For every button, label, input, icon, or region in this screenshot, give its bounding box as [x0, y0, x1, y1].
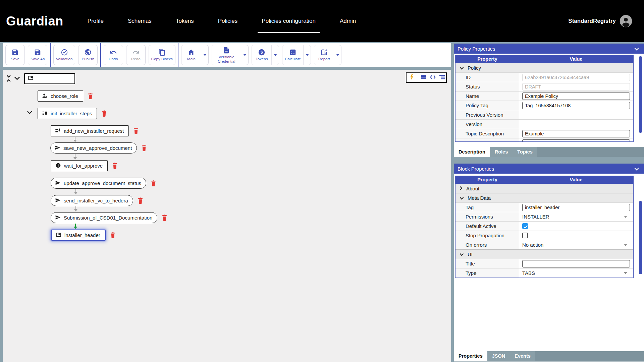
- svg-text:-: -: [291, 50, 292, 52]
- report-button[interactable]: Report: [314, 45, 334, 65]
- property-label: Version: [455, 120, 519, 129]
- tabbar-filler: [537, 147, 644, 157]
- block-installer-header[interactable]: installer_header: [51, 230, 106, 241]
- delete-block-icon[interactable]: [151, 180, 156, 187]
- block-label: add_new_installer_request: [64, 128, 124, 134]
- collapse-all-icon[interactable]: [6, 74, 12, 82]
- validation-button[interactable]: Validation: [53, 45, 75, 65]
- tree-block-row: init_installer_steps: [38, 108, 107, 119]
- tab-json[interactable]: JSON: [487, 351, 510, 361]
- block-wait-for-approve[interactable]: wait_for_approve: [51, 160, 108, 171]
- vertical-scrollbar-thumb[interactable]: [639, 56, 642, 133]
- save-button[interactable]: Save: [5, 45, 25, 65]
- root-container-block[interactable]: [24, 73, 75, 84]
- delete-block-icon[interactable]: [133, 127, 139, 134]
- table-header-row: Property Value: [455, 176, 633, 184]
- nav-item-profile[interactable]: Profile: [86, 16, 106, 26]
- calculate-button[interactable]: -x+= Calculate: [282, 45, 303, 65]
- code-icon[interactable]: [430, 75, 436, 81]
- nav-item-policies[interactable]: Policies: [216, 16, 240, 26]
- topic-description-input[interactable]: [522, 130, 630, 137]
- type-select[interactable]: TABS: [522, 270, 630, 276]
- copy-blocks-button[interactable]: Copy Blocks: [149, 45, 175, 65]
- stacked-bars-icon[interactable]: [421, 75, 426, 81]
- delete-block-icon[interactable]: [110, 232, 116, 239]
- nav-item-policies-configuration[interactable]: Policies configuration: [260, 16, 318, 26]
- meta-data-group-row[interactable]: Meta Data: [455, 193, 633, 202]
- policy-tag-input[interactable]: [522, 102, 630, 109]
- main-button[interactable]: Main: [181, 45, 201, 65]
- tokens-button-group: $ Tokens: [252, 45, 279, 65]
- nav-item-schemas[interactable]: Schemas: [126, 16, 154, 26]
- block-save-new-approve-document[interactable]: save_new_approve_document: [50, 142, 137, 154]
- on-errors-select[interactable]: No action: [522, 242, 630, 248]
- block-label: init_installer_steps: [51, 111, 92, 116]
- tree-block-row: save_new_approve_document: [50, 142, 147, 154]
- delete-block-icon[interactable]: [162, 214, 167, 221]
- delete-block-icon[interactable]: [88, 93, 93, 100]
- clipped-input[interactable]: [522, 139, 630, 142]
- chevron-down-icon[interactable]: [634, 46, 639, 52]
- delete-block-icon[interactable]: [112, 162, 118, 169]
- tag-input[interactable]: [522, 204, 630, 211]
- bottom-band: [454, 361, 644, 362]
- block-choose-role[interactable]: choose_role: [38, 90, 83, 102]
- block-submission-of-csd01-documentation[interactable]: Submission_of_CSD01_Documentation: [51, 212, 157, 223]
- chevron-right-icon[interactable]: [460, 186, 463, 191]
- on-errors-value: No action: [522, 242, 543, 248]
- tab-topics[interactable]: Topics: [513, 147, 537, 157]
- nav-item-tokens[interactable]: Tokens: [174, 16, 196, 26]
- default-active-checkbox[interactable]: [522, 223, 528, 229]
- ui-group-row[interactable]: UI: [455, 249, 633, 259]
- tab-events[interactable]: Events: [510, 351, 535, 361]
- tokens-button[interactable]: $ Tokens: [252, 45, 271, 65]
- block-add-new-installer-request[interactable]: add_new_installer_request: [51, 125, 129, 136]
- tree-lines-icon[interactable]: [439, 75, 445, 81]
- tab-properties[interactable]: Properties: [454, 351, 487, 361]
- tab-description[interactable]: Description: [454, 147, 490, 157]
- nav-item-admin[interactable]: Admin: [338, 16, 358, 26]
- undo-label: Undo: [109, 57, 118, 61]
- chevron-down-icon[interactable]: [460, 195, 464, 201]
- name-input[interactable]: [522, 93, 630, 100]
- block-properties-header[interactable]: Block Properties: [454, 164, 644, 174]
- value-column-header: Value: [519, 56, 633, 62]
- redo-label: Redo: [131, 57, 141, 61]
- chart-add-icon: [320, 49, 328, 56]
- stop-propagation-checkbox[interactable]: [522, 233, 528, 238]
- block-send-installer-vc-to-hedera[interactable]: send_installer_vc_to_hedera: [51, 195, 133, 206]
- user-avatar-icon[interactable]: [619, 14, 633, 28]
- vertical-scrollbar-thumb[interactable]: [639, 201, 642, 274]
- tree-block-row: installer_header: [51, 230, 116, 241]
- calculate-dropdown-caret[interactable]: [303, 45, 311, 65]
- block-init-installer-steps[interactable]: init_installer_steps: [38, 108, 97, 119]
- verifiable-credential-button[interactable]: Verifiable Credential: [212, 45, 241, 65]
- publish-button[interactable]: Publish: [78, 45, 98, 65]
- report-dropdown-caret[interactable]: [334, 45, 341, 65]
- policy-properties-header[interactable]: Policy Properties: [454, 44, 644, 54]
- chevron-down-icon[interactable]: [460, 65, 464, 71]
- calculator-icon: -x+=: [289, 49, 297, 56]
- check-circle-icon: [61, 49, 68, 56]
- verifiable-credential-dropdown-caret[interactable]: [241, 45, 248, 65]
- lightning-icon[interactable]: [410, 74, 414, 81]
- undo-button[interactable]: Undo: [104, 45, 123, 65]
- save-as-button[interactable]: Save As: [28, 45, 47, 65]
- expand-chevron-icon[interactable]: [27, 111, 33, 114]
- about-group-row[interactable]: About: [455, 184, 633, 193]
- permissions-select[interactable]: INSTALLER: [522, 214, 630, 220]
- chevron-down-icon[interactable]: [634, 166, 639, 172]
- policy-group-row[interactable]: Policy: [455, 63, 633, 72]
- redo-button[interactable]: Redo: [126, 45, 146, 65]
- block-update-approve-document-status[interactable]: update_approve_document_status: [51, 178, 146, 189]
- main-dropdown-caret[interactable]: [201, 45, 208, 65]
- title-input[interactable]: [522, 260, 630, 267]
- root-expand-chevron-icon[interactable]: [14, 76, 20, 80]
- send-icon: [55, 215, 61, 221]
- tab-roles[interactable]: Roles: [490, 147, 513, 157]
- delete-block-icon[interactable]: [141, 144, 147, 152]
- delete-block-icon[interactable]: [101, 110, 107, 117]
- tokens-dropdown-caret[interactable]: [271, 45, 279, 65]
- delete-block-icon[interactable]: [138, 197, 143, 204]
- chevron-down-icon[interactable]: [460, 251, 464, 257]
